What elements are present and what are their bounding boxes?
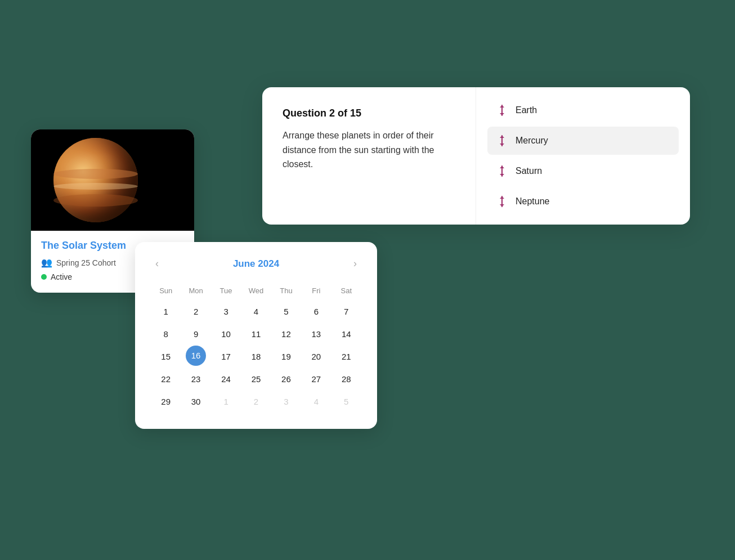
cal-day-18[interactable]: 18 bbox=[241, 346, 271, 368]
cal-day-11[interactable]: 11 bbox=[241, 323, 271, 346]
quiz-question-panel: Question 2 of 15 Arrange these planets i… bbox=[262, 87, 476, 225]
cal-day-12[interactable]: 12 bbox=[271, 323, 301, 346]
cal-day-3[interactable]: 3 bbox=[211, 301, 241, 323]
cal-day-next-5[interactable]: 5 bbox=[331, 391, 361, 413]
calendar-next-button[interactable]: › bbox=[349, 256, 361, 272]
calendar-card: ‹ June 2024 › SunMonTueWedThuFriSat12345… bbox=[135, 242, 377, 429]
cal-day-15[interactable]: 15 bbox=[151, 346, 181, 368]
cal-header-sat: Sat bbox=[331, 283, 361, 301]
drag-handle-mercury bbox=[496, 135, 508, 147]
cal-day-16[interactable]: 16 bbox=[186, 346, 206, 366]
drag-handle-earth bbox=[496, 104, 508, 117]
course-image bbox=[31, 129, 194, 231]
jupiter-illustration bbox=[53, 138, 138, 222]
answer-item-earth[interactable]: Earth bbox=[487, 96, 679, 124]
cal-day-26[interactable]: 26 bbox=[271, 368, 301, 391]
quiz-answers-panel: Earth Mercury Saturn Neptune bbox=[476, 87, 690, 225]
cal-header-sun: Sun bbox=[151, 283, 181, 301]
cal-day-25[interactable]: 25 bbox=[241, 368, 271, 391]
cal-day-4[interactable]: 4 bbox=[241, 301, 271, 323]
answer-label-mercury: Mercury bbox=[516, 136, 548, 146]
cal-day-5[interactable]: 5 bbox=[271, 301, 301, 323]
cal-day-24[interactable]: 24 bbox=[211, 368, 241, 391]
cal-day-20[interactable]: 20 bbox=[301, 346, 331, 368]
cal-day-29[interactable]: 29 bbox=[151, 391, 181, 413]
cal-day-8[interactable]: 8 bbox=[151, 323, 181, 346]
answer-label-earth: Earth bbox=[516, 105, 537, 115]
cal-header-thu: Thu bbox=[271, 283, 301, 301]
cohort-label: Spring 25 Cohort bbox=[56, 258, 116, 267]
cal-day-1[interactable]: 1 bbox=[151, 301, 181, 323]
cal-day-14[interactable]: 14 bbox=[331, 323, 361, 346]
calendar-prev-button[interactable]: ‹ bbox=[151, 256, 163, 272]
answer-item-saturn[interactable]: Saturn bbox=[487, 157, 679, 185]
status-label: Active bbox=[51, 272, 72, 281]
cal-day-17[interactable]: 17 bbox=[211, 346, 241, 368]
cal-day-next-2[interactable]: 2 bbox=[241, 391, 271, 413]
cal-day-13[interactable]: 13 bbox=[301, 323, 331, 346]
cal-day-9[interactable]: 9 bbox=[181, 323, 210, 346]
cal-day-27[interactable]: 27 bbox=[301, 368, 331, 391]
cal-day-21[interactable]: 21 bbox=[331, 346, 361, 368]
cal-day-10[interactable]: 10 bbox=[211, 323, 241, 346]
calendar-month-label: June 2024 bbox=[233, 258, 279, 270]
cal-day-19[interactable]: 19 bbox=[271, 346, 301, 368]
calendar-grid: SunMonTueWedThuFriSat1234567891011121314… bbox=[151, 283, 361, 413]
cal-day-28[interactable]: 28 bbox=[331, 368, 361, 391]
cal-header-tue: Tue bbox=[211, 283, 241, 301]
answer-label-saturn: Saturn bbox=[516, 166, 542, 176]
cal-header-fri: Fri bbox=[301, 283, 331, 301]
drag-handle-saturn bbox=[496, 165, 508, 177]
answer-item-mercury[interactable]: Mercury bbox=[487, 127, 679, 155]
cal-day-7[interactable]: 7 bbox=[331, 301, 361, 323]
cal-day-next-3[interactable]: 3 bbox=[271, 391, 301, 413]
question-text: Arrange these planets in order of their … bbox=[283, 128, 455, 172]
quiz-card: Question 2 of 15 Arrange these planets i… bbox=[262, 87, 690, 225]
cal-header-wed: Wed bbox=[241, 283, 271, 301]
cal-day-22[interactable]: 22 bbox=[151, 368, 181, 391]
cal-day-next-4[interactable]: 4 bbox=[301, 391, 331, 413]
cal-day-30[interactable]: 30 bbox=[181, 391, 210, 413]
question-counter: Question 2 of 15 bbox=[283, 107, 455, 119]
cal-day-2[interactable]: 2 bbox=[181, 301, 210, 323]
drag-handle-neptune bbox=[496, 195, 508, 208]
answer-label-neptune: Neptune bbox=[516, 196, 550, 207]
cal-day-23[interactable]: 23 bbox=[181, 368, 210, 391]
cal-day-6[interactable]: 6 bbox=[301, 301, 331, 323]
calendar-header: ‹ June 2024 › bbox=[151, 256, 361, 272]
status-dot bbox=[41, 274, 47, 280]
cal-header-mon: Mon bbox=[181, 283, 210, 301]
answer-item-neptune[interactable]: Neptune bbox=[487, 187, 679, 216]
cal-day-next-1[interactable]: 1 bbox=[211, 391, 241, 413]
cohort-icon: 👥 bbox=[41, 257, 52, 268]
